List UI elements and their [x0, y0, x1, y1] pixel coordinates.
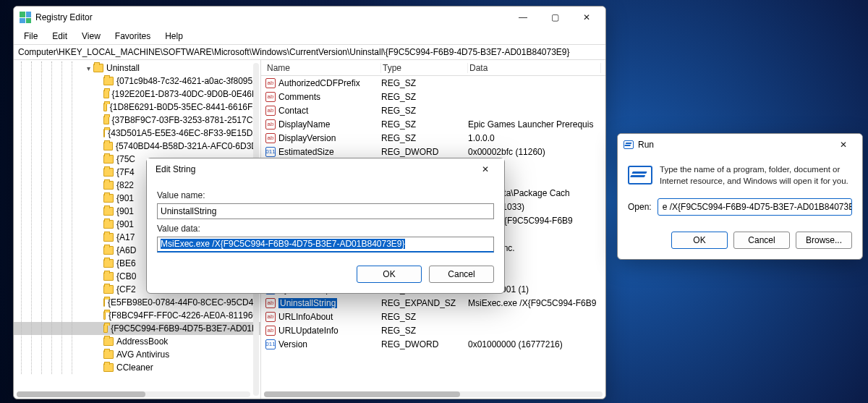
edit-string-dialog: Edit String ✕ Value name: Value data: Ms…	[146, 158, 505, 294]
value-icon: ab	[265, 133, 276, 143]
edit-string-titlebar[interactable]: Edit String ✕	[147, 158, 504, 180]
value-row[interactable]: abUninstallStringREG_EXPAND_SZMsiExec.ex…	[261, 296, 605, 310]
menu-view[interactable]: View	[76, 30, 106, 43]
regedit-title: Registry Editor	[35, 12, 93, 22]
value-row[interactable]: abDisplayVersionREG_SZ1.0.0.0	[261, 131, 605, 145]
menubar: File Edit View Favorites Help	[14, 28, 605, 45]
address-bar[interactable]: Computer\HKEY_LOCAL_MACHINE\SOFTWARE\Mic…	[14, 45, 605, 60]
value-icon: ab	[265, 119, 276, 130]
open-input-text: e /X{F9C5C994-F6B9-4D75-B3E7-AD01B84073E…	[663, 202, 852, 212]
value-row[interactable]: abAuthorizedCDFPrefixREG_SZ	[261, 76, 605, 90]
value-row[interactable]: 011VersionREG_DWORD0x01000000 (16777216)	[261, 337, 605, 351]
value-icon: 011	[265, 147, 276, 157]
browse-button[interactable]: Browse...	[796, 232, 852, 249]
close-icon[interactable]: ✕	[469, 158, 501, 180]
menu-edit[interactable]: Edit	[46, 30, 73, 43]
run-large-icon	[628, 166, 652, 184]
value-row[interactable]: abURLInfoAboutREG_SZ	[261, 310, 605, 323]
ok-button[interactable]: OK	[357, 266, 422, 283]
value-data-field[interactable]: MsiExec.exe /X{F9C5C994-F6B9-4D75-B3E7-A…	[157, 237, 494, 253]
menu-help[interactable]: Help	[159, 30, 189, 43]
values-header: Name Type Data	[261, 60, 605, 76]
open-label: Open:	[628, 202, 652, 212]
run-dialog: Run ✕ Type the name of a program, folder…	[617, 133, 863, 260]
value-name-field[interactable]	[157, 203, 494, 219]
col-name[interactable]: Name	[265, 63, 381, 73]
col-data[interactable]: Data	[468, 63, 601, 73]
value-icon: ab	[265, 312, 276, 322]
col-type[interactable]: Type	[381, 63, 468, 73]
run-title: Run	[638, 140, 654, 150]
cancel-button[interactable]: Cancel	[733, 232, 790, 249]
regedit-icon	[20, 12, 31, 23]
ok-button[interactable]: OK	[671, 232, 728, 249]
menu-file[interactable]: File	[18, 30, 43, 43]
tree-hscrollbar[interactable]	[17, 391, 250, 397]
value-name-label: Value name:	[157, 190, 494, 200]
run-titlebar[interactable]: Run ✕	[618, 134, 862, 156]
maximize-button[interactable]: ▢	[539, 7, 571, 28]
value-icon: ab	[265, 106, 276, 116]
value-icon: ab	[265, 298, 276, 308]
menu-favorites[interactable]: Favorites	[109, 30, 156, 43]
value-icon: ab	[265, 326, 276, 336]
minimize-button[interactable]: —	[507, 7, 539, 28]
edit-string-title: Edit String	[153, 164, 195, 174]
value-row[interactable]: abDisplayNameREG_SZEpic Games Launcher P…	[261, 117, 605, 131]
value-icon: 011	[265, 339, 276, 349]
values-hscrollbar[interactable]	[264, 391, 603, 397]
regedit-titlebar[interactable]: Registry Editor — ▢ ✕	[14, 7, 605, 28]
value-row[interactable]: abContactREG_SZ	[261, 103, 605, 117]
value-data-label: Value data:	[157, 224, 494, 234]
value-row[interactable]: abCommentsREG_SZ	[261, 90, 605, 103]
value-icon: ab	[265, 92, 276, 102]
run-icon	[624, 140, 634, 149]
cancel-button[interactable]: Cancel	[429, 266, 494, 283]
close-icon[interactable]: ✕	[827, 134, 859, 156]
run-description: Type the name of a program, folder, docu…	[660, 164, 852, 187]
value-row[interactable]: 011EstimatedSizeREG_DWORD0x00002bfc (112…	[261, 145, 605, 158]
value-icon: ab	[265, 78, 276, 88]
open-input[interactable]: e /X{F9C5C994-F6B9-4D75-B3E7-AD01B84073E…	[658, 198, 852, 216]
chevron-down-icon[interactable]: ˇ	[845, 202, 847, 210]
close-button[interactable]: ✕	[571, 7, 603, 28]
value-row[interactable]: abURLUpdateInfoREG_SZ	[261, 323, 605, 337]
